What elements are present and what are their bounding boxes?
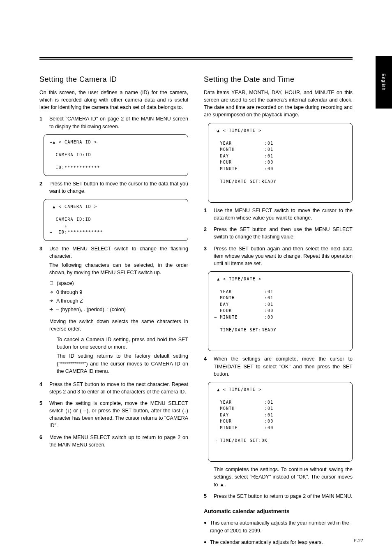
- glyph-space: ☐: [49, 280, 53, 287]
- arrow-icon: ➜: [49, 289, 53, 296]
- intro-datetime: Data items YEAR, MONTH, DAY, HOUR, and M…: [204, 89, 353, 119]
- step-text: When the settings are complete, move the…: [214, 355, 353, 377]
- screen-camera-id-2: ▲ < CAMERA ID > CAMERA ID:ID ↓ → ID:****…: [44, 199, 188, 241]
- step-number: 2: [39, 180, 45, 195]
- step-2: 2 Press the SET button to move the curso…: [39, 180, 188, 195]
- screen-timedate-2: ▲ < TIME/DATE > YEAR :01 MONTH :01 DAY :…: [208, 271, 353, 352]
- page-rule: [39, 57, 353, 60]
- bullet-icon: ●: [204, 519, 207, 534]
- char-row-digits: 0 through 9: [56, 289, 188, 296]
- bullet-leap-year: The calendar automatically adjusts for l…: [210, 539, 353, 546]
- char-row-punct: – (hyphen), . (period), : (colon): [56, 306, 188, 313]
- step-number: 4: [39, 381, 45, 395]
- step-5: 5 When the setting is complete, move the…: [39, 400, 188, 430]
- screen-camera-id-1: →▲ < CAMERA ID > CAMERA ID:ID ID:*******…: [44, 134, 188, 176]
- step-text: Move the MENU SELECT switch up to return…: [49, 434, 188, 449]
- screen-timedate-1: →▲ < TIME/DATE > YEAR :01 MONTH :01 DAY …: [208, 123, 353, 203]
- step-number: 1: [39, 115, 45, 130]
- step3-after: Moving the switch down selects the same …: [49, 318, 188, 333]
- bullet-year-range: This camera automatically adjusts the ye…: [210, 519, 353, 534]
- step-number: 2: [204, 226, 210, 240]
- dt-step-3: 3 Press the SET button again and then se…: [204, 245, 353, 267]
- char-row-letters: A through Z: [56, 297, 188, 305]
- step-number: 5: [39, 400, 45, 430]
- step-number: 4: [204, 355, 210, 377]
- arrow-icon: ➜: [49, 297, 53, 305]
- step-number: 1: [204, 207, 210, 222]
- dt-step-5: 5 Press the SET button to return to page…: [204, 493, 353, 500]
- step-number: 3: [204, 245, 210, 267]
- language-tab: English: [376, 56, 392, 109]
- heading-camera-id: Setting the Camera ID: [39, 74, 188, 85]
- dt-step-2: 2 Press the SET button and then use the …: [204, 226, 353, 240]
- step-3: 3 Use the MENU SELECT switch to change t…: [39, 245, 188, 377]
- step-6: 6 Move the MENU SELECT switch up to retu…: [39, 434, 188, 449]
- language-tab-label: English: [380, 74, 387, 90]
- screen-timedate-3: ▲ < TIME/DATE > YEAR :01 MONTH :01 DAY :…: [208, 382, 353, 462]
- step-text: Press the SET button to move to the next…: [49, 381, 188, 395]
- step-4: 4 Press the SET button to move to the ne…: [39, 381, 188, 395]
- heading-datetime: Setting the Date and Time: [204, 74, 353, 85]
- step-text: Select "CAMERA ID" on page 2 of the MAIN…: [49, 115, 188, 130]
- step3-note-2: The ID setting returns to the factory de…: [57, 352, 188, 375]
- step-text: Press the SET button to move the cursor …: [49, 180, 188, 195]
- step-text: Use the MENU SELECT switch to move the c…: [214, 207, 353, 222]
- right-column: Setting the Date and Time Data items YEA…: [204, 74, 353, 550]
- step-1: 1 Select "CAMERA ID" on page 2 of the MA…: [39, 115, 188, 130]
- left-column: Setting the Camera ID On this screen, th…: [39, 74, 188, 550]
- after-box-c: This completes the settings. To continue…: [214, 466, 353, 488]
- step3-note-1: To cancel a Camera ID setting, press and…: [57, 336, 188, 351]
- page-number: E-27: [354, 538, 363, 544]
- content-area: Setting the Camera ID On this screen, th…: [39, 74, 353, 526]
- step-text: When the setting is complete, move the M…: [49, 400, 188, 430]
- step-text: The following characters can be selected…: [49, 261, 188, 276]
- bullet-icon: ●: [204, 539, 207, 546]
- step-number: 3: [39, 245, 45, 377]
- step-number: 6: [39, 434, 45, 449]
- dt-step-1: 1 Use the MENU SELECT switch to move the…: [204, 207, 353, 222]
- intro-camera-id: On this screen, the user defines a name …: [39, 89, 188, 111]
- step-text: Press the SET button and then use the ME…: [214, 226, 353, 240]
- step-text: Press the SET button again and then sele…: [214, 245, 353, 267]
- step-text: Press the SET button to return to page 2…: [214, 493, 353, 500]
- step-number: 5: [204, 493, 210, 500]
- dt-step-4: 4 When the settings are complete, move t…: [204, 355, 353, 377]
- step-text-pre: Use the MENU SELECT switch to change the…: [49, 245, 188, 260]
- char-row-space: (space): [57, 280, 188, 287]
- arrow-icon: ➜: [49, 306, 53, 313]
- heading-auto-calendar: Automatic calendar adjustments: [204, 507, 353, 516]
